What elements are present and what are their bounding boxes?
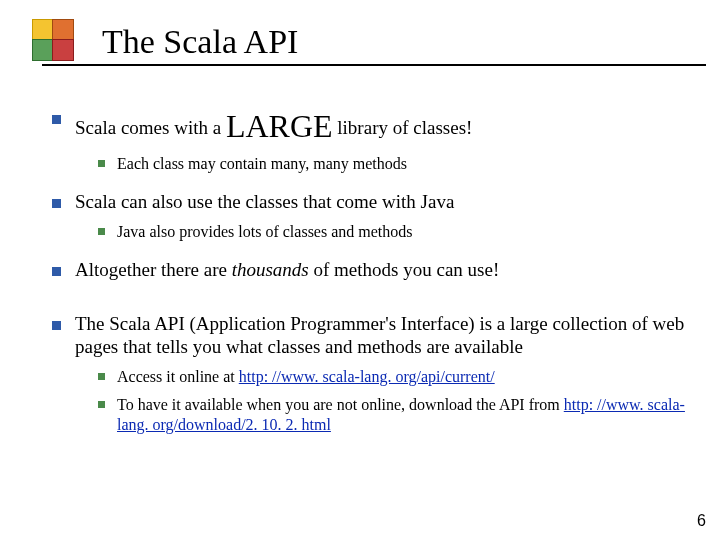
list-item: Scala comes with a LARGE library of clas…: [52, 106, 690, 146]
list-item: To have it available when you are not on…: [98, 395, 690, 435]
bullet-icon: [52, 321, 61, 330]
bullet-icon: [98, 373, 105, 380]
content-area: Scala comes with a LARGE library of clas…: [52, 90, 690, 439]
list-item: Scala can also use the classes that come…: [52, 190, 690, 214]
list-item: Java also provides lots of classes and m…: [98, 222, 690, 242]
link-api-current[interactable]: http: //www. scala-lang. org/api/current…: [239, 368, 495, 385]
bullet-icon: [52, 267, 61, 276]
bullet-text: Altogether there are thousands of method…: [75, 258, 690, 282]
bullet-icon: [98, 228, 105, 235]
bullet-text: Java also provides lots of classes and m…: [117, 222, 690, 242]
text-fragment: of methods you can use!: [309, 259, 499, 280]
page-number: 6: [697, 512, 706, 530]
text-fragment: Altogether there are: [75, 259, 232, 280]
bullet-icon: [98, 401, 105, 408]
squares-icon: [32, 19, 78, 65]
list-item: Each class may contain many, many method…: [98, 154, 690, 174]
list-item: Access it online at http: //www. scala-l…: [98, 367, 690, 387]
text-fragment: To have it available when you are not on…: [117, 396, 564, 413]
bullet-text: Scala comes with a LARGE library of clas…: [75, 106, 690, 146]
bullet-text: Scala can also use the classes that come…: [75, 190, 690, 214]
text-fragment: Access it online at: [117, 368, 239, 385]
text-fragment: Scala comes with a: [75, 117, 226, 138]
emphasis: thousands: [232, 259, 309, 280]
slide: The Scala API Scala comes with a LARGE l…: [0, 0, 720, 540]
text-fragment: library of classes!: [333, 117, 473, 138]
slide-title: The Scala API: [102, 23, 298, 61]
bullet-text: Each class may contain many, many method…: [117, 154, 690, 174]
bullet-icon: [52, 115, 61, 124]
bullet-text: Access it online at http: //www. scala-l…: [117, 367, 690, 387]
title-row: The Scala API: [32, 12, 700, 72]
list-item: The Scala API (Application Programmer's …: [52, 312, 690, 360]
bullet-icon: [98, 160, 105, 167]
large-word: LARGE: [226, 108, 333, 144]
list-item: Altogether there are thousands of method…: [52, 258, 690, 282]
bullet-text: To have it available when you are not on…: [117, 395, 690, 435]
bullet-text: The Scala API (Application Programmer's …: [75, 312, 690, 360]
bullet-icon: [52, 199, 61, 208]
title-underline: [42, 64, 706, 66]
